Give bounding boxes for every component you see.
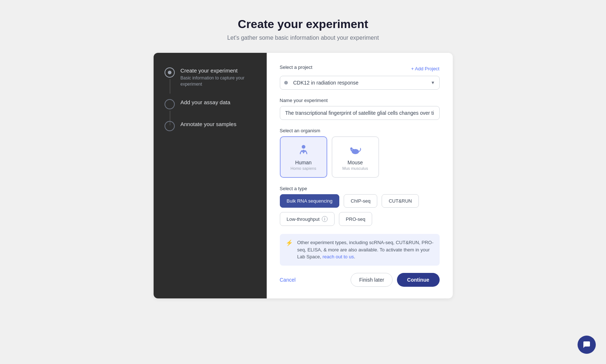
experiment-name-label: Name your experiment	[280, 98, 440, 103]
step-label-create: Create your experiment	[181, 67, 256, 74]
add-project-button[interactable]: + Add Project	[411, 66, 440, 71]
experiment-name-input[interactable]	[280, 106, 440, 120]
organism-cards: Human Homo sapiens	[280, 136, 440, 178]
bolt-icon: ⚡	[286, 239, 293, 246]
type-btn-pro-seq[interactable]: PRO-seq	[339, 212, 372, 226]
step-circle-create	[165, 67, 175, 78]
step-label-annotate: Annotate your samples	[181, 121, 236, 127]
type-buttons: Bulk RNA sequencing ChIP-seq CUT&RUN	[280, 194, 440, 208]
step-text-annotate: Annotate your samples	[181, 121, 236, 129]
organism-field-group: Select an organism Human Homo s	[280, 128, 440, 178]
cancel-button[interactable]: Cancel	[280, 277, 296, 283]
info-banner-text: Other experiment types, including scRNA-…	[297, 239, 434, 261]
project-label: Select a project	[280, 64, 313, 70]
project-select[interactable]: CDK12 in radiation response	[280, 76, 440, 90]
sidebar: Create your experiment Basic information…	[154, 53, 267, 298]
mouse-icon	[337, 144, 374, 157]
low-throughput-label: Low-throughput	[287, 216, 320, 222]
mouse-scientific: Mus musculus	[337, 166, 374, 171]
project-dot-icon	[284, 81, 288, 85]
organism-label: Select an organism	[280, 128, 440, 133]
footer-buttons: Cancel Finish later Continue	[280, 273, 440, 287]
step-create: Create your experiment Basic information…	[165, 67, 256, 87]
project-select-wrapper: CDK12 in radiation response ▼	[280, 76, 440, 90]
type-buttons-row2: Low-throughput i PRO-seq	[280, 212, 440, 226]
human-icon	[285, 144, 322, 157]
step-annotate: Annotate your samples	[165, 121, 256, 131]
step-text-create: Create your experiment Basic information…	[181, 67, 256, 87]
step-circle-assay	[165, 99, 175, 109]
continue-button[interactable]: Continue	[397, 273, 440, 287]
reach-out-link[interactable]: reach out to us	[323, 254, 354, 259]
chat-icon	[582, 340, 591, 349]
finish-later-button[interactable]: Finish later	[351, 273, 392, 287]
human-scientific: Homo sapiens	[285, 166, 322, 171]
right-buttons: Finish later Continue	[351, 273, 439, 287]
main-container: Create your experiment Basic information…	[154, 53, 453, 298]
step-circle-inner-create	[168, 71, 171, 74]
type-btn-cut-run[interactable]: CUT&RUN	[382, 194, 419, 208]
type-btn-low-throughput[interactable]: Low-throughput i	[280, 212, 335, 226]
page-header: Create your experiment Let's gather some…	[227, 0, 379, 53]
step-circle-annotate	[165, 121, 175, 131]
info-icon-low-throughput[interactable]: i	[322, 216, 328, 222]
chat-button[interactable]	[578, 336, 596, 354]
type-btn-bulk-rna[interactable]: Bulk RNA sequencing	[280, 194, 340, 208]
step-sublabel-create: Basic information to capture your experi…	[181, 75, 256, 87]
type-label: Select a type	[280, 186, 440, 191]
page-title: Create your experiment	[227, 17, 379, 31]
content-area: Select a project + Add Project CDK12 in …	[267, 53, 453, 298]
step-label-assay: Add your assay data	[181, 99, 231, 105]
page-subtitle: Let's gather some basic information abou…	[227, 35, 379, 41]
svg-point-0	[302, 145, 305, 149]
project-row: Select a project + Add Project	[280, 64, 440, 73]
organism-card-mouse[interactable]: Mouse Mus musculus	[332, 136, 379, 178]
organism-card-human[interactable]: Human Homo sapiens	[280, 136, 327, 178]
human-name: Human	[285, 160, 322, 165]
type-field-group: Select a type Bulk RNA sequencing ChIP-s…	[280, 186, 440, 226]
svg-point-7	[352, 149, 352, 150]
type-btn-chip-seq[interactable]: ChIP-seq	[344, 194, 377, 208]
info-banner: ⚡ Other experiment types, including scRN…	[280, 234, 440, 266]
project-field-group: Select a project + Add Project CDK12 in …	[280, 64, 440, 90]
step-assay: Add your assay data	[165, 99, 256, 109]
experiment-name-field-group: Name your experiment	[280, 98, 440, 120]
step-text-assay: Add your assay data	[181, 99, 231, 107]
mouse-name: Mouse	[337, 160, 374, 165]
